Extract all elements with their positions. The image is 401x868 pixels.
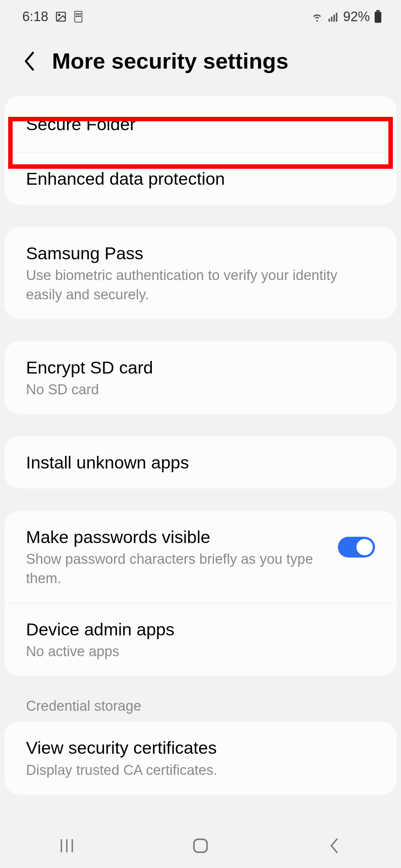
svg-rect-10: [331, 17, 332, 22]
settings-card: Install unknown apps: [4, 436, 397, 489]
battery-percent: 92%: [343, 9, 370, 24]
item-subtitle: No active apps: [26, 642, 375, 661]
svg-point-6: [76, 16, 77, 17]
toggle-knob: [356, 539, 373, 555]
item-title: Samsung Pass: [26, 242, 375, 264]
svg-point-8: [80, 16, 81, 17]
settings-card: Encrypt SD cardNo SD card: [4, 341, 397, 414]
section-header: Credential storage: [0, 698, 401, 721]
settings-card: Make passwords visibleShow password char…: [4, 511, 397, 676]
setting-item-samsung-pass[interactable]: Samsung PassUse biometric authentication…: [4, 227, 397, 319]
item-title: Make passwords visible: [26, 526, 327, 548]
page-title: More security settings: [52, 48, 288, 74]
header: More security settings: [0, 33, 401, 96]
svg-point-1: [58, 14, 60, 16]
nav-recents[interactable]: [52, 831, 82, 861]
setting-item-secure-folder[interactable]: Secure Folder: [4, 96, 397, 152]
battery-icon: [374, 10, 382, 23]
settings-card: View security certificatesDisplay truste…: [4, 721, 397, 794]
item-title: Encrypt SD card: [26, 356, 375, 379]
svg-point-5: [80, 14, 81, 14]
nav-bar: [0, 823, 401, 868]
item-subtitle: Show password characters briefly as you …: [26, 550, 327, 588]
back-button[interactable]: [22, 50, 37, 72]
sim-icon: [74, 10, 83, 23]
settings-card: Samsung PassUse biometric authentication…: [4, 227, 397, 319]
nav-back[interactable]: [319, 831, 349, 861]
content-area[interactable]: More security settings Secure FolderEnha…: [0, 33, 401, 823]
item-title: Enhanced data protection: [26, 167, 375, 190]
status-left: 6:18: [22, 9, 83, 24]
svg-point-7: [78, 16, 79, 17]
svg-rect-13: [376, 10, 380, 12]
status-time: 6:18: [22, 9, 48, 24]
item-subtitle: No SD card: [26, 380, 375, 399]
wifi-icon: [310, 10, 324, 23]
svg-rect-12: [336, 13, 338, 22]
status-bar: 6:18 92%: [0, 0, 401, 33]
svg-rect-14: [375, 12, 381, 23]
svg-rect-11: [333, 15, 335, 22]
image-icon: [55, 11, 67, 23]
svg-point-3: [76, 14, 77, 14]
setting-item-install-unknown-apps[interactable]: Install unknown apps: [4, 436, 397, 489]
item-title: Install unknown apps: [26, 451, 375, 474]
status-right: 92%: [310, 9, 382, 24]
toggle-switch[interactable]: [338, 537, 375, 558]
setting-item-encrypt-sd-card[interactable]: Encrypt SD cardNo SD card: [4, 341, 397, 414]
item-subtitle: Use biometric authentication to verify y…: [26, 266, 375, 304]
nav-home[interactable]: [186, 831, 215, 861]
setting-item-make-passwords-visible[interactable]: Make passwords visibleShow password char…: [4, 511, 397, 603]
setting-item-device-admin-apps[interactable]: Device admin appsNo active apps: [4, 603, 397, 676]
svg-point-4: [78, 14, 79, 14]
setting-item-enhanced-data-protection[interactable]: Enhanced data protection: [4, 152, 397, 205]
svg-rect-9: [329, 19, 330, 22]
item-title: Device admin apps: [26, 618, 375, 641]
svg-rect-18: [194, 839, 207, 852]
settings-card: Secure FolderEnhanced data protection: [4, 96, 397, 205]
item-title: View security certificates: [26, 736, 375, 759]
item-title: Secure Folder: [26, 113, 375, 135]
item-subtitle: Display trusted CA certificates.: [26, 761, 375, 780]
signal-icon: [327, 11, 339, 23]
setting-item-view-security-certificates[interactable]: View security certificatesDisplay truste…: [4, 721, 397, 794]
